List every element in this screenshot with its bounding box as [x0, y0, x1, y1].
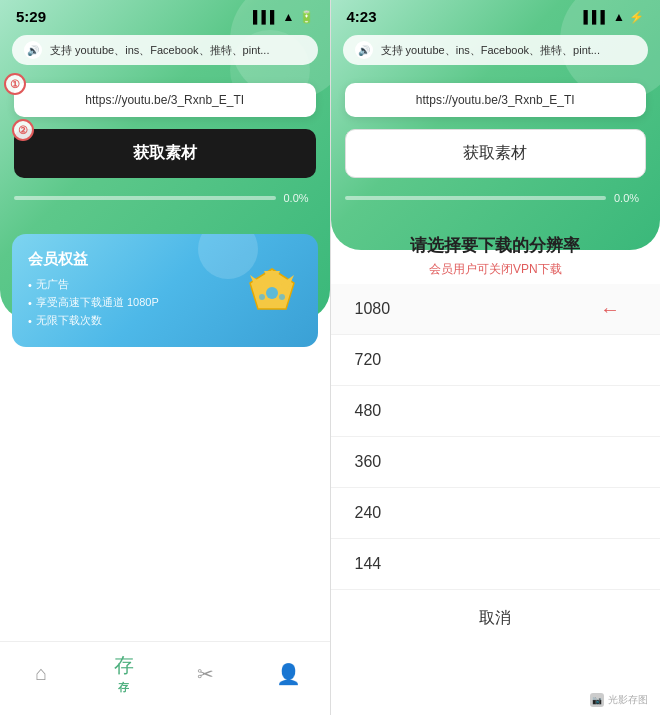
- url-section[interactable]: ① https://youtu.be/3_Rxnb_E_TI: [14, 83, 316, 117]
- right-signal-icon: ▌▌▌: [584, 10, 610, 24]
- resolution-item-360[interactable]: 360: [331, 437, 661, 488]
- get-material-section[interactable]: ② 获取素材: [14, 129, 316, 178]
- right-get-material-button[interactable]: 获取素材: [345, 129, 647, 178]
- member-title: 会员权益: [28, 250, 242, 269]
- cancel-text: 取消: [479, 608, 511, 629]
- right-main-content: 🔊 支持 youtube、ins、Facebook、推特、pint... htt…: [331, 29, 661, 715]
- battery-icon: 🔋: [299, 10, 314, 24]
- signal-icon: ▌▌▌: [253, 10, 279, 24]
- cancel-button[interactable]: 取消: [331, 590, 661, 647]
- resolution-item-144[interactable]: 144: [331, 539, 661, 590]
- nav-save-label: 存: [118, 680, 129, 695]
- benefit-item-1: 无广告: [28, 277, 242, 292]
- wifi-icon: ▲: [283, 10, 295, 24]
- nav-home[interactable]: ⌂: [28, 661, 54, 687]
- right-url-section[interactable]: https://youtu.be/3_Rxnb_E_TI: [345, 83, 647, 117]
- right-progress-bar-bg: [345, 196, 607, 200]
- resolution-title: 请选择要下载的分辨率: [347, 234, 645, 257]
- user-icon: 👤: [275, 661, 301, 687]
- left-status-bar: 5:29 ▌▌▌ ▲ 🔋: [0, 0, 330, 29]
- resolution-value-480: 480: [355, 402, 382, 420]
- left-time: 5:29: [16, 8, 46, 25]
- left-status-icons: ▌▌▌ ▲ 🔋: [253, 10, 313, 24]
- resolution-item-480[interactable]: 480: [331, 386, 661, 437]
- svg-point-5: [259, 294, 265, 300]
- resolution-item-1080[interactable]: 1080 ←: [331, 284, 661, 335]
- right-panel: 4:23 ▌▌▌ ▲ ⚡ 🔊 支持 youtube、ins、Facebook、推…: [331, 0, 661, 715]
- notification-banner: 🔊 支持 youtube、ins、Facebook、推特、pint...: [12, 35, 318, 65]
- member-benefits-list: 无广告 享受高速下载通道 1080P 无限下载次数: [28, 277, 242, 328]
- left-main-content: 🔊 支持 youtube、ins、Facebook、推特、pint... ① h…: [0, 29, 330, 214]
- right-progress-section: 0.0%: [345, 192, 647, 204]
- progress-bar-bg: [14, 196, 276, 200]
- step2-badge: ②: [12, 119, 34, 141]
- resolution-subtitle: 会员用户可关闭VPN下载: [347, 261, 645, 278]
- home-icon: ⌂: [28, 661, 54, 687]
- benefit-item-3: 无限下载次数: [28, 313, 242, 328]
- resolution-value-1080: 1080: [355, 300, 391, 318]
- url-input[interactable]: https://youtu.be/3_Rxnb_E_TI: [14, 83, 316, 117]
- nav-user[interactable]: 👤: [275, 661, 301, 687]
- svg-point-4: [266, 287, 278, 299]
- speaker-icon: 🔊: [24, 41, 42, 59]
- resolution-value-360: 360: [355, 453, 382, 471]
- resolution-value-720: 720: [355, 351, 382, 369]
- right-battery-icon: ⚡: [629, 10, 644, 24]
- progress-text: 0.0%: [284, 192, 316, 204]
- right-speaker-icon: 🔊: [355, 41, 373, 59]
- resolution-value-240: 240: [355, 504, 382, 522]
- right-status-icons: ▌▌▌ ▲ ⚡: [584, 10, 644, 24]
- left-panel: 5:29 ▌▌▌ ▲ 🔋 🔊 支持 youtube、ins、Facebook、推…: [0, 0, 330, 715]
- right-get-material-section[interactable]: 获取素材: [345, 129, 647, 178]
- resolution-value-144: 144: [355, 555, 382, 573]
- bottom-nav: ⌂ 存 存 ✂ 👤: [0, 641, 330, 715]
- svg-point-6: [279, 294, 285, 300]
- notification-text: 支持 youtube、ins、Facebook、推特、pint...: [50, 43, 269, 58]
- right-url-input[interactable]: https://youtu.be/3_Rxnb_E_TI: [345, 83, 647, 117]
- right-notification-banner: 🔊 支持 youtube、ins、Facebook、推特、pint...: [343, 35, 649, 65]
- right-progress-text: 0.0%: [614, 192, 646, 204]
- arrow-right-icon: ←: [600, 298, 620, 321]
- step1-badge: ①: [4, 73, 26, 95]
- crown-svg: [242, 261, 302, 321]
- crown-icon: [242, 261, 302, 321]
- nav-save[interactable]: 存 存: [111, 652, 137, 695]
- resolution-list: 1080 ← 720 480 360 240 144 取消: [331, 284, 661, 715]
- right-wifi-icon: ▲: [613, 10, 625, 24]
- right-notification-text: 支持 youtube、ins、Facebook、推特、pint...: [381, 43, 600, 58]
- resolution-item-240[interactable]: 240: [331, 488, 661, 539]
- member-info: 会员权益 无广告 享受高速下载通道 1080P 无限下载次数: [28, 250, 242, 331]
- right-time: 4:23: [347, 8, 377, 25]
- member-card[interactable]: 会员权益 无广告 享受高速下载通道 1080P 无限下载次数: [12, 234, 318, 347]
- progress-section: 0.0%: [14, 192, 316, 204]
- resolution-header: 请选择要下载的分辨率 会员用户可关闭VPN下载: [331, 214, 661, 284]
- nav-cut[interactable]: ✂: [193, 661, 219, 687]
- resolution-item-720[interactable]: 720: [331, 335, 661, 386]
- save-icon: 存: [111, 652, 137, 678]
- benefit-item-2: 享受高速下载通道 1080P: [28, 295, 242, 310]
- right-status-bar: 4:23 ▌▌▌ ▲ ⚡: [331, 0, 661, 29]
- get-material-button[interactable]: 获取素材: [14, 129, 316, 178]
- cut-icon: ✂: [193, 661, 219, 687]
